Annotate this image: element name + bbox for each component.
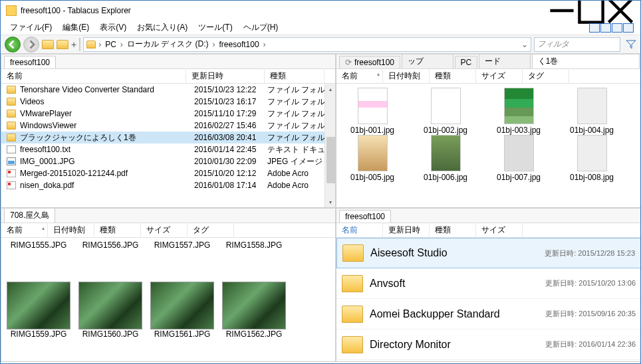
layout-2-icon[interactable] bbox=[600, 23, 611, 33]
minimize-button[interactable] bbox=[547, 1, 577, 20]
refresh-icon: ⟳ bbox=[345, 58, 352, 67]
photo-image bbox=[222, 282, 286, 329]
col-type[interactable]: 種類 bbox=[265, 68, 324, 84]
folder-item[interactable]: Anvsoft 更新日時: 2015/10/20 13:06 bbox=[336, 268, 641, 299]
file-date: 2016/03/08 20:41 bbox=[194, 133, 267, 142]
jpg-icon bbox=[7, 157, 16, 165]
funnel-icon[interactable] bbox=[626, 39, 636, 50]
file-row[interactable]: freesoft100.txt 2016/01/14 22:45 テキスト ドキ… bbox=[1, 143, 335, 155]
close-button[interactable] bbox=[606, 1, 635, 20]
nav-folder-icon[interactable] bbox=[42, 40, 54, 49]
col-name[interactable]: 名前 bbox=[336, 223, 383, 238]
folder-name: Directory Monitor bbox=[370, 339, 545, 351]
folder-item[interactable]: Aiseesoft Studio 更新日時: 2015/12/28 15:23 bbox=[336, 238, 641, 268]
col-date[interactable]: 更新日時 bbox=[383, 223, 430, 238]
br-list: Aiseesoft Studio 更新日時: 2015/12/28 15:23 … bbox=[336, 238, 641, 361]
file-name: IMG_0001.JPG bbox=[20, 157, 194, 166]
col-type[interactable]: 種類 bbox=[430, 68, 476, 84]
col-type[interactable]: 種類 bbox=[430, 223, 476, 238]
col-size[interactable]: サイズ bbox=[141, 223, 188, 238]
col-tag[interactable]: タグ bbox=[188, 223, 234, 238]
file-row[interactable]: Merged-20151020-121244.pdf 2015/10/20 12… bbox=[1, 167, 335, 179]
col-name[interactable]: 名前 bbox=[336, 68, 383, 84]
menu-fav[interactable]: お気に入り(A) bbox=[132, 21, 193, 35]
photo-label[interactable]: RIMG1555.JPG bbox=[5, 240, 72, 250]
layout-4-icon[interactable] bbox=[623, 23, 634, 33]
photo-label[interactable]: RIMG1556.JPG bbox=[77, 240, 144, 250]
thumbnail-item[interactable]: 01bj-006.jpg bbox=[412, 135, 479, 182]
col-date[interactable]: 日付時刻 bbox=[383, 68, 430, 84]
file-type: Adobe Acro bbox=[267, 169, 327, 178]
tab[interactable]: ブラックジャックによろしく1巻 bbox=[532, 54, 640, 68]
col-name[interactable]: 名前 bbox=[1, 223, 48, 238]
tl-columns: 名前 更新日時 種類 bbox=[1, 69, 335, 84]
tab[interactable]: PC bbox=[455, 56, 478, 68]
col-tag[interactable]: タグ bbox=[523, 68, 569, 84]
thumbnail-item[interactable]: 01bj-001.jpg bbox=[339, 88, 406, 135]
file-date: 2016/01/14 22:45 bbox=[194, 145, 267, 154]
folder-icon bbox=[342, 244, 364, 262]
nav-back-button[interactable] bbox=[5, 37, 21, 52]
nav-folder2-icon[interactable] bbox=[57, 40, 68, 49]
menu-tool[interactable]: ツール(T) bbox=[193, 21, 237, 35]
filter-input[interactable]: フィルタ bbox=[534, 37, 620, 52]
tab[interactable]: ⟳freesoft100 bbox=[339, 56, 400, 68]
photo-item[interactable]: RIMG1561.JPG bbox=[149, 276, 215, 339]
file-date: 2010/01/30 22:09 bbox=[194, 157, 267, 166]
file-row[interactable]: IMG_0001.JPG 2010/01/30 22:09 JPEG イメージ bbox=[1, 155, 335, 167]
bl-tab[interactable]: 708.屋久島 bbox=[4, 208, 55, 223]
menu-view[interactable]: 表示(V) bbox=[94, 21, 132, 35]
thumbnail-item[interactable]: 01bj-007.jpg bbox=[485, 135, 552, 182]
photo-item[interactable]: RIMG1559.JPG bbox=[5, 276, 72, 339]
menu-help[interactable]: ヘルプ(H) bbox=[238, 21, 284, 35]
tl-scrollbar[interactable]: ▴ ▾ bbox=[324, 84, 335, 207]
photo-item[interactable]: RIMG1562.JPG bbox=[221, 276, 287, 339]
maximize-button[interactable] bbox=[577, 1, 606, 20]
col-date[interactable]: 更新日時 bbox=[186, 68, 265, 84]
tab[interactable]: デスクトップ bbox=[402, 54, 453, 68]
photo-image bbox=[78, 282, 142, 329]
col-name[interactable]: 名前 bbox=[1, 68, 186, 84]
address-bar[interactable]: › PC › ローカル ディスク (D:) › freesoft100 › ⌄ bbox=[83, 37, 531, 52]
thumbnail-item[interactable]: 01bj-003.jpg bbox=[485, 88, 552, 135]
file-row[interactable]: WindowsViewer 2016/02/27 15:46 ファイル フォル bbox=[1, 120, 335, 132]
menu-edit[interactable]: 編集(E) bbox=[57, 21, 94, 35]
thumbnail-image bbox=[577, 88, 607, 124]
nav-add-icon[interactable]: + bbox=[71, 39, 76, 50]
addr-dropdown-icon[interactable]: ⌄ bbox=[521, 40, 528, 49]
nav-forward-button[interactable] bbox=[23, 37, 39, 52]
crumb-drive[interactable]: ローカル ディスク (D:) bbox=[126, 39, 210, 50]
tr-thumbs: 01bj-001.jpg 01bj-002.jpg 01bj-003.jpg 0… bbox=[336, 84, 641, 207]
thumbnail-item[interactable]: 01bj-002.jpg bbox=[412, 88, 479, 135]
layout-1-icon[interactable] bbox=[589, 23, 600, 33]
folder-item[interactable]: Directory Monitor 更新日時: 2016/01/14 22:36 bbox=[336, 329, 641, 360]
tl-tab[interactable]: freesoft100 bbox=[4, 56, 56, 68]
photo-label[interactable]: RIMG1558.JPG bbox=[221, 240, 287, 250]
file-type: JPEG イメージ bbox=[267, 156, 327, 167]
crumb-folder[interactable]: freesoft100 bbox=[218, 40, 261, 49]
col-size[interactable]: サイズ bbox=[476, 223, 523, 238]
photo-item[interactable]: RIMG1560.JPG bbox=[77, 276, 144, 339]
crumb-pc[interactable]: PC bbox=[104, 40, 118, 49]
file-row[interactable]: VMwarePlayer 2015/11/10 17:29 ファイル フォル bbox=[1, 108, 335, 120]
photo-image bbox=[150, 282, 214, 329]
thumbnail-item[interactable]: 01bj-008.jpg bbox=[559, 135, 625, 182]
layout-3-icon[interactable] bbox=[612, 23, 622, 33]
thumbnail-item[interactable]: 01bj-004.jpg bbox=[559, 88, 625, 135]
file-date: 2016/02/27 15:46 bbox=[194, 121, 267, 130]
menu-file[interactable]: ファイル(F) bbox=[5, 21, 57, 35]
photo-label: RIMG1561.JPG bbox=[149, 329, 215, 339]
col-type[interactable]: 種類 bbox=[94, 223, 141, 238]
tab[interactable]: ダウンロード bbox=[479, 54, 530, 68]
file-row[interactable]: Videos 2015/10/23 16:17 ファイル フォル bbox=[1, 96, 335, 108]
col-date[interactable]: 日付時刻 bbox=[48, 223, 94, 238]
file-name: Tenorshare Video Converter Standard bbox=[20, 85, 194, 94]
col-size[interactable]: サイズ bbox=[476, 68, 523, 84]
br-tab[interactable]: freesoft100 bbox=[339, 210, 391, 223]
thumbnail-item[interactable]: 01bj-005.jpg bbox=[339, 135, 406, 182]
photo-label[interactable]: RIMG1557.JPG bbox=[149, 240, 215, 250]
file-row[interactable]: Tenorshare Video Converter Standard 2015… bbox=[1, 84, 335, 96]
file-row[interactable]: ブラックジャックによろしく1巻 2016/03/08 20:41 ファイル フォ… bbox=[1, 132, 335, 143]
file-row[interactable]: nisen_doka.pdf 2016/01/08 17:14 Adobe Ac… bbox=[1, 179, 335, 191]
folder-item[interactable]: Aomei Backupper Standard 更新日時: 2015/09/1… bbox=[336, 299, 641, 329]
